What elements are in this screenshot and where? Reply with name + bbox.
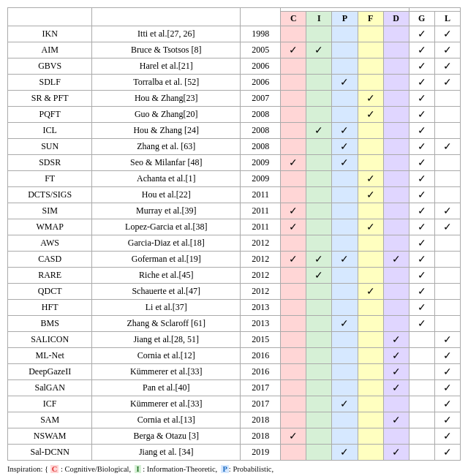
- cell-year: 2012: [241, 235, 281, 252]
- cell-i: [306, 171, 332, 187]
- cell-f: [358, 203, 383, 219]
- cell-l: ✓: [434, 75, 460, 91]
- cell-authors: Torralba et al. [52]: [92, 75, 241, 91]
- cell-authors: Hou & Zhang [24]: [92, 123, 241, 139]
- cell-c: ✓: [281, 155, 306, 171]
- legend: Inspiration: { C : Cognitive/Biological,…: [7, 464, 461, 476]
- cell-g: ✓: [409, 300, 434, 316]
- cell-i: ✓: [306, 42, 332, 58]
- cell-f: [358, 428, 383, 445]
- cell-d: [383, 26, 409, 42]
- cell-year: 2012: [241, 268, 281, 284]
- cell-year: 2018: [241, 412, 281, 428]
- table-row: SDSR Seo & Milanfar [48] 2009 ✓ ✓ ✓: [8, 155, 461, 171]
- cell-c: [281, 91, 306, 107]
- cell-f: ✓: [358, 91, 383, 107]
- cell-authors: Seo & Milanfar [48]: [92, 155, 241, 171]
- cell-model: SR & PFT: [8, 91, 92, 107]
- header-col-f: F: [358, 12, 383, 26]
- cell-f: ✓: [358, 219, 383, 235]
- cell-year: 2006: [241, 58, 281, 75]
- cell-i: [306, 139, 332, 155]
- cell-i: [306, 332, 332, 348]
- cell-model: FT: [8, 171, 92, 187]
- cell-authors: Hou & Zhang[23]: [92, 91, 241, 107]
- cell-d: [383, 42, 409, 58]
- cell-c: [281, 268, 306, 284]
- cell-model: IKN: [8, 26, 92, 42]
- cell-d: [383, 300, 409, 316]
- cell-c: [281, 300, 306, 316]
- cell-year: 2008: [241, 107, 281, 123]
- cell-f: [358, 123, 383, 139]
- cell-p: ✓: [332, 316, 358, 332]
- cell-i: [306, 26, 332, 42]
- cell-i: [306, 300, 332, 316]
- cell-g: [409, 332, 434, 348]
- cell-l: [434, 155, 460, 171]
- cell-authors: Pan et al.[40]: [92, 380, 241, 396]
- cell-model: CASD: [8, 252, 92, 268]
- cell-g: [409, 428, 434, 445]
- cell-authors: Guo & Zhang[20]: [92, 107, 241, 123]
- cell-c: [281, 332, 306, 348]
- cell-p: [332, 203, 358, 219]
- cell-p: ✓: [332, 123, 358, 139]
- cell-f: ✓: [358, 187, 383, 203]
- cell-p: [332, 300, 358, 316]
- cell-authors: Lopez-Garcia et al.[38]: [92, 219, 241, 235]
- cell-g: [409, 364, 434, 380]
- cell-model: SAM: [8, 412, 92, 428]
- cell-p: [332, 332, 358, 348]
- cell-f: [358, 252, 383, 268]
- cell-i: [306, 428, 332, 445]
- table-row: AIM Bruce & Tsotsos [8] 2005 ✓ ✓ ✓ ✓: [8, 42, 461, 58]
- cell-authors: Harel et al.[21]: [92, 58, 241, 75]
- cell-g: ✓: [409, 171, 434, 187]
- cell-l: ✓: [434, 42, 460, 58]
- cell-l: ✓: [434, 364, 460, 380]
- cell-d: ✓: [383, 364, 409, 380]
- cell-c: [281, 396, 306, 412]
- cell-c: [281, 139, 306, 155]
- cell-year: 2012: [241, 284, 281, 300]
- cell-year: 2017: [241, 396, 281, 412]
- cell-i: [306, 75, 332, 91]
- cell-d: [383, 123, 409, 139]
- cell-d: [383, 91, 409, 107]
- cell-model: GBVS: [8, 58, 92, 75]
- cell-f: ✓: [358, 171, 383, 187]
- cell-authors: Li et al.[37]: [92, 300, 241, 316]
- cell-d: [383, 235, 409, 252]
- cell-p: [332, 91, 358, 107]
- table-row: RARE Riche et al.[45] 2012 ✓ ✓: [8, 268, 461, 284]
- cell-f: ✓: [358, 284, 383, 300]
- cell-g: [409, 348, 434, 364]
- table-row: SalGAN Pan et al.[40] 2017 ✓ ✓: [8, 380, 461, 396]
- cell-d: ✓: [383, 412, 409, 428]
- cell-d: [383, 58, 409, 75]
- cell-c: ✓: [281, 42, 306, 58]
- cell-year: 2011: [241, 203, 281, 219]
- cell-i: [306, 91, 332, 107]
- header-col-p: P: [332, 12, 358, 26]
- cell-p: [332, 380, 358, 396]
- cell-authors: Riche et al.[45]: [92, 268, 241, 284]
- cell-authors: Kümmerer et al.[33]: [92, 364, 241, 380]
- cell-c: [281, 235, 306, 252]
- table-row: CASD Goferman et al.[19] 2012 ✓ ✓ ✓ ✓ ✓: [8, 252, 461, 268]
- header-year: [241, 8, 281, 26]
- cell-g: ✓: [409, 91, 434, 107]
- header-authors: [92, 8, 241, 26]
- cell-f: [358, 332, 383, 348]
- cell-c: ✓: [281, 219, 306, 235]
- cell-i: ✓: [306, 123, 332, 139]
- cell-f: [358, 445, 383, 461]
- cell-f: [358, 348, 383, 364]
- cell-model: RARE: [8, 268, 92, 284]
- cell-g: ✓: [409, 26, 434, 42]
- cell-c: ✓: [281, 203, 306, 219]
- cell-g: ✓: [409, 252, 434, 268]
- cell-p: ✓: [332, 155, 358, 171]
- table-row: QDCT Schauerte et al.[47] 2012 ✓ ✓: [8, 284, 461, 300]
